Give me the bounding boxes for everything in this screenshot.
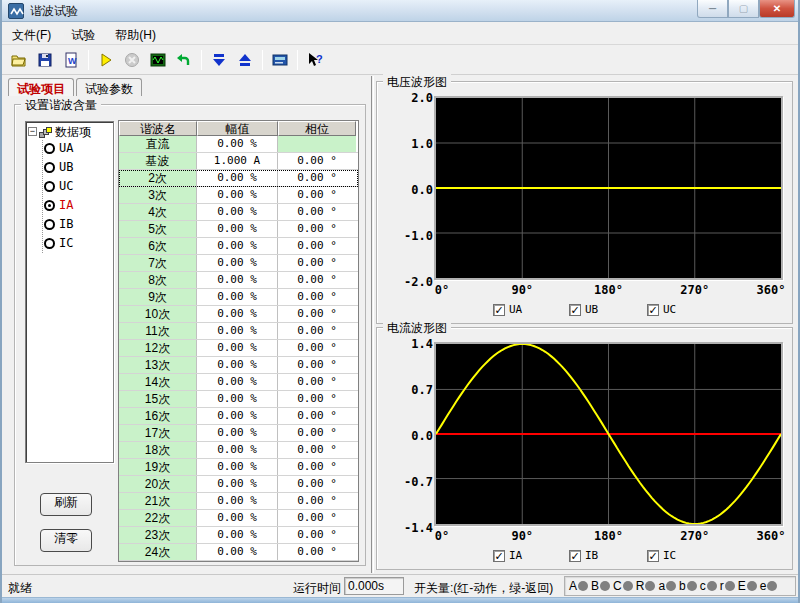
table-row[interactable]: 8次0.00 %0.00 ° (119, 272, 358, 289)
panel-splitter[interactable] (371, 76, 374, 573)
phase-cell[interactable]: 0.00 ° (278, 476, 356, 492)
collapse-icon[interactable]: − (28, 127, 37, 136)
amplitude-cell[interactable]: 0.00 % (197, 459, 278, 475)
radio-IA[interactable] (44, 200, 55, 211)
table-row[interactable]: 22次0.00 %0.00 ° (119, 510, 358, 527)
phase-cell[interactable]: 0.00 ° (278, 238, 356, 254)
amplitude-cell[interactable]: 0.00 % (197, 221, 278, 237)
tab-inactive[interactable]: 试验参数 (76, 78, 142, 96)
amplitude-cell[interactable]: 0.00 % (197, 170, 278, 186)
maximize-button[interactable]: ▢ (728, 0, 759, 18)
tree-item-IB[interactable]: IB (26, 217, 113, 236)
checkbox-IB[interactable]: ✓IB (569, 549, 598, 562)
tab-active[interactable]: 试验项目 (8, 78, 74, 96)
radio-UC[interactable] (44, 181, 55, 192)
checkbox-icon[interactable]: ✓ (569, 550, 581, 562)
table-row[interactable]: 直流0.00 % (119, 136, 358, 153)
amplitude-cell[interactable]: 0.00 % (197, 374, 278, 390)
checkbox-UB[interactable]: ✓UB (569, 303, 598, 316)
amplitude-cell[interactable]: 0.00 % (197, 323, 278, 339)
amplitude-cell[interactable]: 1.000 A (197, 153, 278, 169)
checkbox-icon[interactable]: ✓ (493, 550, 505, 562)
table-row[interactable]: 19次0.00 %0.00 ° (119, 459, 358, 476)
refresh-button[interactable]: 刷新 (40, 493, 92, 516)
table-row[interactable]: 21次0.00 %0.00 ° (119, 493, 358, 510)
amplitude-cell[interactable]: 0.00 % (197, 442, 278, 458)
phase-cell[interactable]: 0.00 ° (278, 187, 356, 203)
checkbox-IC[interactable]: ✓IC (647, 549, 676, 562)
phase-cell[interactable] (278, 136, 356, 152)
table-row[interactable]: 15次0.00 %0.00 ° (119, 391, 358, 408)
phase-cell[interactable]: 0.00 ° (278, 374, 356, 390)
table-row[interactable]: 5次0.00 %0.00 ° (119, 221, 358, 238)
table-row[interactable]: 9次0.00 %0.00 ° (119, 289, 358, 306)
phase-cell[interactable]: 0.00 ° (278, 323, 356, 339)
move-down-button[interactable] (206, 48, 232, 72)
amplitude-cell[interactable]: 0.00 % (197, 136, 278, 152)
context-help-button[interactable]: ? (302, 48, 328, 72)
table-row[interactable]: 基波1.000 A0.00 ° (119, 153, 358, 170)
phase-cell[interactable]: 0.00 ° (278, 170, 356, 186)
export-word-button[interactable]: W (58, 48, 84, 72)
phase-cell[interactable]: 0.00 ° (278, 493, 356, 509)
minimize-button[interactable]: ─ (697, 0, 728, 18)
amplitude-cell[interactable]: 0.00 % (197, 255, 278, 271)
table-row[interactable]: 2次0.00 %0.00 ° (119, 170, 358, 187)
phase-cell[interactable]: 0.00 ° (278, 425, 356, 441)
save-button[interactable] (32, 48, 58, 72)
amplitude-cell[interactable]: 0.00 % (197, 204, 278, 220)
amplitude-cell[interactable]: 0.00 % (197, 544, 278, 560)
amplitude-cell[interactable]: 0.00 % (197, 510, 278, 526)
checkbox-IA[interactable]: ✓IA (493, 549, 522, 562)
radio-UB[interactable] (44, 162, 55, 173)
menu-item[interactable]: 文件(F) (2, 23, 61, 45)
phase-cell[interactable]: 0.00 ° (278, 544, 356, 560)
stop-test-button[interactable] (119, 48, 145, 72)
amplitude-cell[interactable]: 0.00 % (197, 306, 278, 322)
device-panel-button[interactable] (267, 48, 293, 72)
phase-cell[interactable]: 0.00 ° (278, 442, 356, 458)
amplitude-cell[interactable]: 0.00 % (197, 527, 278, 543)
tree-item-UB[interactable]: UB (26, 160, 113, 179)
move-up-button[interactable] (232, 48, 258, 72)
amplitude-cell[interactable]: 0.00 % (197, 391, 278, 407)
amplitude-cell[interactable]: 0.00 % (197, 493, 278, 509)
phase-cell[interactable]: 0.00 ° (278, 340, 356, 356)
table-row[interactable]: 14次0.00 %0.00 ° (119, 374, 358, 391)
amplitude-cell[interactable]: 0.00 % (197, 340, 278, 356)
table-row[interactable]: 20次0.00 %0.00 ° (119, 476, 358, 493)
amplitude-cell[interactable]: 0.00 % (197, 357, 278, 373)
table-row[interactable]: 12次0.00 %0.00 ° (119, 340, 358, 357)
checkbox-icon[interactable]: ✓ (569, 304, 581, 316)
table-row[interactable]: 10次0.00 %0.00 ° (119, 306, 358, 323)
phase-cell[interactable]: 0.00 ° (278, 289, 356, 305)
table-row[interactable]: 13次0.00 %0.00 ° (119, 357, 358, 374)
phase-cell[interactable]: 0.00 ° (278, 459, 356, 475)
waveform-view-button[interactable] (145, 48, 171, 72)
checkbox-icon[interactable]: ✓ (647, 304, 659, 316)
phase-cell[interactable]: 0.00 ° (278, 306, 356, 322)
phase-cell[interactable]: 0.00 ° (278, 153, 356, 169)
table-row[interactable]: 11次0.00 %0.00 ° (119, 323, 358, 340)
tree-item-UA[interactable]: UA (26, 141, 113, 160)
phase-cell[interactable]: 0.00 ° (278, 408, 356, 424)
tree-root[interactable]: −数据项 (26, 122, 113, 141)
clear-button[interactable]: 清零 (40, 529, 92, 552)
start-test-button[interactable] (93, 48, 119, 72)
undo-button[interactable] (171, 48, 197, 72)
close-button[interactable]: ✕ (759, 0, 795, 18)
table-row[interactable]: 7次0.00 %0.00 ° (119, 255, 358, 272)
tree-item-IA[interactable]: IA (26, 198, 113, 217)
radio-IB[interactable] (44, 219, 55, 230)
radio-IC[interactable] (44, 238, 55, 249)
checkbox-icon[interactable]: ✓ (493, 304, 505, 316)
table-row[interactable]: 16次0.00 %0.00 ° (119, 408, 358, 425)
phase-cell[interactable]: 0.00 ° (278, 221, 356, 237)
phase-cell[interactable]: 0.00 ° (278, 204, 356, 220)
amplitude-cell[interactable]: 0.00 % (197, 289, 278, 305)
amplitude-cell[interactable]: 0.00 % (197, 272, 278, 288)
amplitude-cell[interactable]: 0.00 % (197, 425, 278, 441)
phase-cell[interactable]: 0.00 ° (278, 357, 356, 373)
amplitude-cell[interactable]: 0.00 % (197, 408, 278, 424)
open-file-button[interactable] (6, 48, 32, 72)
